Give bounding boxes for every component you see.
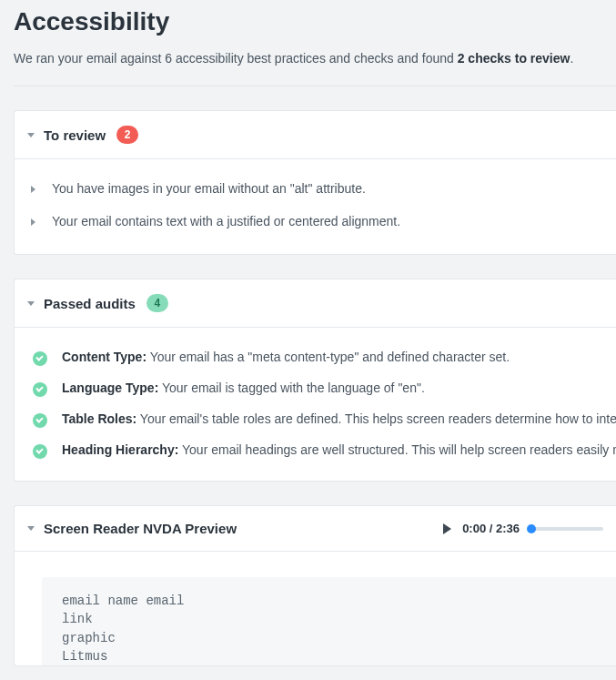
check-icon <box>33 413 47 428</box>
screen-reader-preview-header[interactable]: Screen Reader NVDA Preview 0:00 / 2:36 <box>15 506 616 551</box>
transcript: email name email link graphic Litmus <box>42 577 616 665</box>
review-item-text: Your email contains text with a justifie… <box>52 214 400 228</box>
intro-suffix: . <box>570 51 573 66</box>
to-review-panel: To review 2 You have images in your emai… <box>14 110 616 255</box>
player-time: 0:00 / 2:36 <box>462 522 520 535</box>
audit-row: Content Type: Your email has a "meta con… <box>27 342 603 373</box>
screen-reader-preview-panel: Screen Reader NVDA Preview 0:00 / 2:36 e… <box>14 505 616 666</box>
screen-reader-preview-body: email name email link graphic Litmus <box>15 551 616 665</box>
audit-label: Heading Hierarchy: <box>62 442 178 457</box>
chevron-right-icon <box>31 218 35 226</box>
intro-bold: 2 checks to review <box>458 51 571 66</box>
divider <box>14 86 616 86</box>
to-review-count-badge: 2 <box>116 126 138 144</box>
check-icon <box>33 351 47 366</box>
chevron-right-icon <box>31 186 35 193</box>
audit-row: Heading Hierarchy: Your email headings a… <box>27 435 603 466</box>
check-icon <box>33 444 47 459</box>
chevron-down-icon <box>27 526 35 531</box>
play-icon[interactable] <box>443 523 451 534</box>
page-title: Accessibility <box>14 7 616 36</box>
passed-audits-count-badge: 4 <box>146 294 168 312</box>
audit-text: Your email's table roles are defined. Th… <box>136 411 616 426</box>
to-review-title: To review <box>44 127 106 143</box>
intro-prefix: We ran your email against 6 accessibilit… <box>14 51 458 66</box>
audit-label: Table Roles: <box>62 411 136 426</box>
audit-row: Language Type: Your email is tagged with… <box>27 373 603 404</box>
audit-label: Language Type: <box>62 381 158 395</box>
audit-text: Your email headings are well structured.… <box>178 442 616 457</box>
audit-label: Content Type: <box>62 350 146 364</box>
passed-audits-body: Content Type: Your email has a "meta con… <box>15 327 616 481</box>
audit-text: Your email is tagged with the language o… <box>158 381 424 395</box>
screen-reader-preview-title: Screen Reader NVDA Preview <box>44 521 237 536</box>
to-review-header[interactable]: To review 2 <box>15 111 616 158</box>
audit-text: Your email has a "meta content-type" and… <box>146 350 510 364</box>
chevron-down-icon <box>27 301 35 306</box>
intro-text: We ran your email against 6 accessibilit… <box>14 51 616 66</box>
to-review-body: You have images in your email without an… <box>15 158 616 254</box>
check-icon <box>33 382 47 397</box>
player-progress[interactable] <box>530 527 603 531</box>
passed-audits-title: Passed audits <box>44 296 136 311</box>
audio-player: 0:00 / 2:36 <box>443 522 603 535</box>
chevron-down-icon <box>27 133 35 137</box>
audit-row: Table Roles: Your email's table roles ar… <box>27 404 603 435</box>
passed-audits-panel: Passed audits 4 Content Type: Your email… <box>14 279 616 482</box>
review-item-text: You have images in your email without an… <box>52 181 366 196</box>
passed-audits-header[interactable]: Passed audits 4 <box>15 279 616 327</box>
review-item[interactable]: You have images in your email without an… <box>27 172 603 205</box>
review-item[interactable]: Your email contains text with a justifie… <box>27 205 603 238</box>
